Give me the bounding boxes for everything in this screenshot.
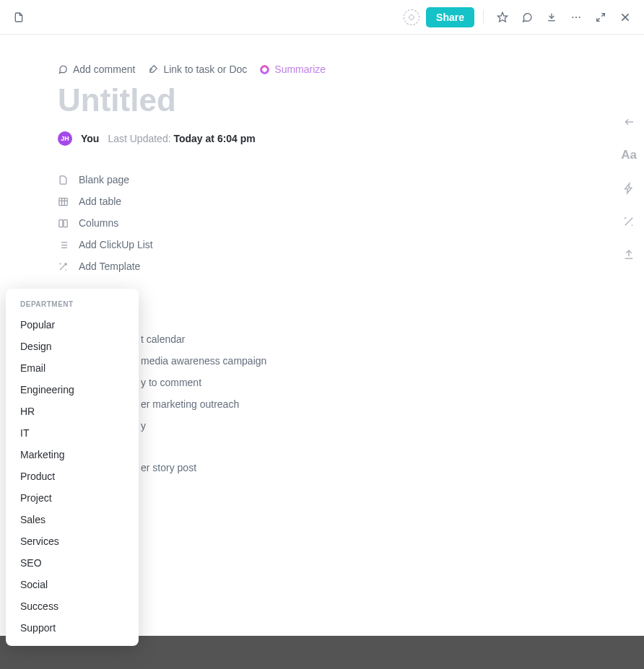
comment-icon	[58, 64, 68, 74]
dept-item-it[interactable]: IT	[6, 422, 139, 444]
dept-item-project[interactable]: Project	[6, 487, 139, 509]
more-button[interactable]	[566, 7, 586, 27]
share-button[interactable]: Share	[426, 7, 474, 27]
link-icon	[148, 64, 158, 74]
link-task-label: Link to task or Doc	[163, 64, 247, 75]
table-icon	[58, 196, 69, 207]
svg-point-2	[575, 16, 577, 17]
doc-actions: Add comment Link to task or Doc Summariz…	[58, 64, 644, 75]
topbar: Share	[0, 0, 644, 35]
link-task-action[interactable]: Link to task or Doc	[148, 64, 247, 75]
svg-marker-0	[497, 12, 507, 22]
page-icon	[58, 175, 69, 185]
download-button[interactable]	[541, 7, 562, 27]
wand-icon	[58, 261, 69, 272]
svg-rect-4	[59, 198, 67, 205]
suggestions-header	[58, 300, 644, 320]
ai-summarize-icon	[260, 65, 269, 74]
doc-icon-button[interactable]	[9, 7, 29, 27]
department-popover: DEPARTMENT Popular Design Email Engineer…	[6, 289, 139, 646]
side-tools: Aa	[621, 114, 637, 263]
svg-point-1	[572, 16, 573, 17]
ai-tool[interactable]	[621, 180, 637, 196]
doc-title[interactable]: Untitled	[58, 82, 644, 118]
dept-item-services[interactable]: Services	[6, 530, 139, 552]
suggestion-item-3[interactable]: er marketing outreach	[141, 398, 644, 410]
indent-tool[interactable]	[621, 114, 637, 130]
dept-item-sales[interactable]: Sales	[6, 509, 139, 530]
summarize-label: Summarize	[274, 64, 326, 75]
dept-item-hr[interactable]: HR	[6, 401, 139, 422]
sparkle-bolt-icon	[622, 182, 635, 195]
dept-item-popular[interactable]: Popular	[6, 314, 139, 336]
comment-button[interactable]	[517, 7, 537, 27]
block-add-template[interactable]: Add Template	[58, 255, 644, 277]
block-columns[interactable]: Columns	[58, 212, 644, 234]
upload-icon	[622, 248, 635, 261]
suggestion-item-1[interactable]: media awareness campaign	[141, 355, 644, 367]
summarize-action[interactable]: Summarize	[260, 64, 326, 75]
block-blank-page-label: Blank page	[79, 174, 129, 185]
suggestion-item-2[interactable]: y to comment	[141, 377, 644, 388]
suggestion-item-7[interactable]: er story post	[141, 462, 644, 473]
dept-item-success[interactable]: Success	[6, 595, 139, 617]
wand-small-icon	[622, 215, 635, 228]
suggestion-item-4[interactable]: y	[141, 420, 644, 432]
updated-time: Today at 6:04 pm	[173, 133, 255, 144]
dept-item-marketing[interactable]: Marketing	[6, 444, 139, 465]
author-avatar[interactable]: JH	[58, 131, 72, 146]
add-comment-label: Add comment	[73, 64, 135, 75]
list-icon	[58, 240, 69, 250]
expand-button[interactable]	[591, 7, 611, 27]
indent-left-icon	[622, 115, 635, 128]
export-tool[interactable]	[621, 247, 637, 263]
suggestions-list: t calendar media awareness campaign y to…	[58, 333, 644, 473]
block-add-list-label: Add ClickUp List	[79, 239, 153, 250]
dept-item-seo[interactable]: SEO	[6, 552, 139, 574]
updated-label: Last Updated:	[108, 133, 170, 144]
dept-item-support[interactable]: Support	[6, 617, 139, 639]
columns-icon	[58, 218, 69, 229]
block-add-table[interactable]: Add table	[58, 191, 644, 212]
block-add-table-label: Add table	[79, 196, 121, 207]
popover-heading: DEPARTMENT	[6, 300, 139, 314]
block-columns-label: Columns	[79, 217, 118, 229]
svg-rect-6	[64, 219, 67, 227]
dept-item-social[interactable]: Social	[6, 574, 139, 595]
author-name: You	[81, 133, 99, 144]
suggestion-item-0[interactable]: t calendar	[141, 333, 644, 345]
block-add-list[interactable]: Add ClickUp List	[58, 234, 644, 255]
add-comment-action[interactable]: Add comment	[58, 64, 135, 75]
wand-tool[interactable]	[621, 214, 637, 229]
topbar-left	[9, 7, 29, 27]
block-add-template-label: Add Template	[79, 261, 140, 272]
dept-item-email[interactable]: Email	[6, 357, 139, 379]
topbar-right: Share	[401, 7, 635, 27]
suggestions-section: t calendar media awareness campaign y to…	[58, 300, 644, 473]
tag-dashed-icon	[404, 9, 419, 25]
favorite-button[interactable]	[492, 7, 513, 27]
font-tool[interactable]: Aa	[621, 147, 637, 163]
tag-dashed-button[interactable]	[401, 7, 422, 27]
divider	[483, 10, 484, 25]
block-blank-page[interactable]: Blank page	[58, 169, 644, 191]
svg-point-3	[579, 16, 580, 17]
svg-rect-5	[59, 219, 63, 227]
dept-item-design[interactable]: Design	[6, 336, 139, 357]
block-options: Blank page Add table Columns Add ClickUp…	[58, 169, 644, 277]
close-button[interactable]	[615, 7, 635, 27]
doc-meta: JH You Last Updated: Today at 6:04 pm	[58, 131, 644, 146]
dept-item-product[interactable]: Product	[6, 465, 139, 487]
dept-item-engineering[interactable]: Engineering	[6, 379, 139, 401]
